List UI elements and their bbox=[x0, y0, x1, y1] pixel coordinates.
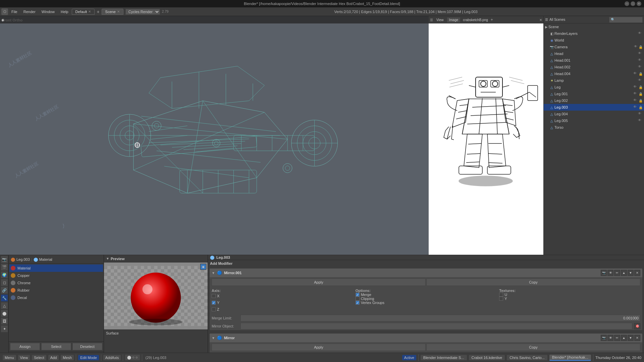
mirror001-up-btn[interactable]: ▲ bbox=[621, 270, 627, 276]
axis-x-checkbox[interactable] bbox=[212, 294, 216, 298]
assign-button[interactable]: Assign bbox=[10, 343, 40, 350]
scene-item-leg005[interactable]: △ Leg.005 👁 bbox=[544, 117, 644, 124]
leg001-restrict[interactable]: 🔒 bbox=[639, 92, 643, 96]
scene-item-head002[interactable]: △ Head.002 👁 bbox=[544, 64, 644, 70]
lamp-eye[interactable]: 👁 bbox=[638, 78, 643, 83]
axis-z-checkbox[interactable] bbox=[212, 307, 216, 311]
workspace-tab-close[interactable]: ✕ bbox=[88, 10, 91, 13]
renderlayers-eye[interactable]: 👁 bbox=[638, 31, 643, 36]
mirror001-render-icon[interactable]: 📷 bbox=[601, 270, 607, 276]
vgroups-checkbox[interactable]: ✓ bbox=[356, 301, 360, 305]
leg004-eye[interactable]: 👁 bbox=[638, 112, 643, 116]
deselect-button[interactable]: Deselect bbox=[72, 343, 102, 350]
mirror001-expand-icon[interactable]: ▼ bbox=[212, 271, 215, 275]
mat-item-4[interactable]: Decal bbox=[9, 294, 103, 301]
scene-props-btn[interactable]: 🎬 bbox=[1, 263, 8, 271]
camera-restrict2[interactable]: 🔒 bbox=[639, 45, 643, 49]
camera-restrict[interactable]: 👁 bbox=[634, 45, 639, 49]
status-add-axis[interactable]: AddAxis bbox=[103, 355, 121, 360]
data-props-btn[interactable]: △ bbox=[1, 302, 8, 309]
img-tab-image[interactable]: Image bbox=[447, 17, 461, 22]
menu-file[interactable]: File bbox=[9, 9, 20, 14]
select-button[interactable]: Select bbox=[41, 343, 71, 350]
world-props-btn[interactable]: 🌍 bbox=[1, 271, 8, 279]
scene-search-input[interactable] bbox=[609, 17, 643, 23]
leg005-eye[interactable]: 👁 bbox=[638, 118, 643, 123]
mat-item-1[interactable]: Copper bbox=[9, 272, 103, 279]
status-menu-btn[interactable]: Menu bbox=[3, 355, 16, 360]
mirror-delete-btn[interactable]: ✕ bbox=[634, 335, 640, 341]
scene-item-torso[interactable]: △ Torso bbox=[544, 124, 644, 131]
mirror001-copy-button[interactable]: Copy bbox=[426, 279, 640, 286]
head004-eye[interactable]: 👁 bbox=[633, 71, 638, 76]
scene-item-head001[interactable]: △ Head.001 👁 bbox=[544, 57, 644, 64]
minimize-button[interactable]: ─ bbox=[625, 1, 629, 6]
merge-limit-input[interactable] bbox=[240, 315, 640, 321]
axis-y-checkbox[interactable]: ✓ bbox=[212, 301, 216, 305]
scene-root-item[interactable]: ▶ Scene bbox=[544, 23, 644, 30]
mirror-apply-button[interactable]: Apply bbox=[212, 344, 426, 351]
mirror-render-icon[interactable]: 📷 bbox=[601, 335, 607, 341]
leg001-eye[interactable]: 👁 bbox=[633, 92, 638, 96]
mirror-copy-button[interactable]: Copy bbox=[426, 344, 640, 351]
leg002-eye[interactable]: 👁 bbox=[633, 98, 638, 103]
scene-item-leg[interactable]: △ Leg 👁 🔒 bbox=[544, 84, 644, 90]
status-add-btn[interactable]: Add bbox=[48, 355, 59, 360]
taskbar-kdenlive[interactable]: Crabot 16.kdenlive bbox=[469, 355, 505, 360]
scene-item-leg004[interactable]: △ Leg.004 👁 bbox=[544, 111, 644, 117]
constraint-props-btn[interactable]: 🔗 bbox=[1, 287, 8, 294]
object-props-btn[interactable]: ◻ bbox=[1, 279, 8, 286]
menu-help[interactable]: Help bbox=[58, 9, 71, 14]
status-select-btn[interactable]: Select bbox=[32, 355, 46, 360]
leg003-eye[interactable]: 👁 bbox=[633, 105, 638, 110]
menu-window[interactable]: Window bbox=[39, 9, 57, 14]
material-props-btn[interactable]: ⬤ bbox=[1, 310, 8, 317]
mirror-object-input[interactable] bbox=[240, 323, 632, 329]
leg003-restrict[interactable]: 🔒 bbox=[639, 106, 643, 109]
mat-item-0[interactable]: Material bbox=[9, 264, 103, 272]
mirror001-edit-icon[interactable]: ✏ bbox=[614, 270, 620, 276]
leg-eye[interactable]: 👁 bbox=[633, 85, 638, 89]
mirror-expand-icon[interactable]: ▼ bbox=[212, 336, 215, 340]
tex-y-checkbox[interactable] bbox=[499, 297, 503, 301]
taskbar-blender-int[interactable]: Blender Intermediate S... bbox=[421, 355, 467, 360]
mirror-edit-icon[interactable]: ✏ bbox=[614, 335, 620, 341]
leg-restrict[interactable]: 🔒 bbox=[639, 85, 643, 89]
scene-item-camera[interactable]: 📷 Camera 👁 🔒 bbox=[544, 44, 644, 50]
workspace-tab-default[interactable]: Default ✕ bbox=[72, 9, 95, 15]
blender-icon[interactable]: ⬡ bbox=[1, 8, 8, 15]
mat-item-3[interactable]: Rubber bbox=[9, 287, 103, 294]
status-view-btn[interactable]: View bbox=[18, 355, 30, 360]
preview-header[interactable]: ▼ Preview bbox=[104, 255, 208, 262]
render-props-btn[interactable]: 📷 bbox=[1, 256, 8, 263]
status-mesh-btn[interactable]: Mesh bbox=[61, 355, 74, 360]
scene-item-renderlayers[interactable]: ◧ RenderLayers 👁 bbox=[544, 30, 644, 37]
tex-u-checkbox[interactable] bbox=[499, 293, 503, 297]
modifier-props-btn[interactable]: 🔧 bbox=[1, 294, 8, 302]
leg002-restrict[interactable]: 🔒 bbox=[639, 99, 643, 103]
head002-eye[interactable]: 👁 bbox=[638, 65, 643, 69]
mirror001-apply-button[interactable]: Apply bbox=[212, 279, 426, 286]
head001-eye[interactable]: 👁 bbox=[638, 58, 643, 63]
texture-props-btn[interactable]: 🖼 bbox=[1, 317, 8, 325]
particles-props-btn[interactable]: ✦ bbox=[1, 325, 8, 333]
head-eye[interactable]: 👁 bbox=[638, 51, 643, 56]
mat-item-2[interactable]: Chrome bbox=[9, 279, 103, 287]
scene-tab[interactable]: Scene ✕ bbox=[102, 9, 123, 15]
status-mode-icons[interactable]: ⬤ ○ ○ bbox=[125, 355, 140, 360]
scene-item-lamp[interactable]: ☀ Lamp 👁 bbox=[544, 77, 644, 84]
img-add-btn[interactable]: + bbox=[491, 17, 493, 22]
merge-checkbox[interactable]: ✓ bbox=[356, 293, 360, 297]
status-active-label[interactable]: Active bbox=[402, 355, 416, 360]
scene-item-world[interactable]: ◉ World bbox=[544, 37, 644, 44]
scene-tab-close[interactable]: ✕ bbox=[117, 10, 120, 13]
scene-item-head[interactable]: △ Head 👁 bbox=[544, 50, 644, 57]
img-options[interactable]: ✕ bbox=[539, 18, 542, 22]
scene-item-leg001[interactable]: △ Leg.001 👁 🔒 bbox=[544, 90, 644, 97]
mirror-down-btn[interactable]: ▼ bbox=[628, 335, 634, 341]
render-engine-select[interactable]: Cycles Render bbox=[125, 9, 160, 15]
scene-item-head004[interactable]: △ Head.004 👁 🔒 bbox=[544, 70, 644, 77]
mirror-object-pick-btn[interactable]: 🎯 bbox=[634, 323, 640, 329]
taskbar-savino[interactable]: Chris Savino, Carto... bbox=[507, 355, 547, 360]
preview-btn-1[interactable]: ◉ bbox=[200, 264, 206, 270]
